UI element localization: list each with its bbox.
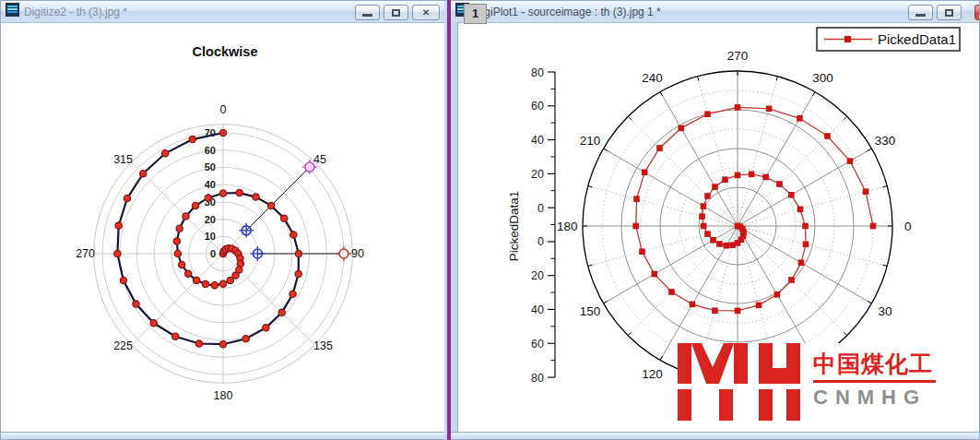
digitizer-polar-chart[interactable]: 01020304050607004590135180225270315Clock… [2,22,448,434]
desktop-stage: 01020304050607004590135180225270315Clock… [0,0,980,440]
svg-text:20: 20 [205,214,216,225]
window-controls: ✕ [355,5,440,20]
svg-text:0: 0 [904,220,912,233]
svg-text:240: 240 [642,71,663,85]
legend-label: PickedData1 [878,31,956,47]
svg-text:45: 45 [313,153,326,166]
radial-tick-labels: 010203040506070 [205,127,216,259]
window-bottom-border [1,432,444,439]
watermark-en-text: CNMHG [813,386,927,410]
svg-text:40: 40 [531,134,544,147]
svg-text:0: 0 [210,248,216,259]
svg-text:270: 270 [727,49,749,63]
maximize-icon [392,9,400,17]
digitize-app-icon [6,3,19,20]
radial-axis: 806040200020406080 [531,66,555,385]
svg-text:60: 60 [531,338,544,351]
window-bottom-border [451,432,979,439]
page-tab-1[interactable]: 1 [464,4,487,24]
svg-text:0: 0 [537,235,544,248]
window-left-border [451,22,458,439]
svg-text:10: 10 [205,231,216,242]
legend: PickedData1 [817,28,960,51]
svg-text:180: 180 [214,389,233,402]
watermark-underline [813,380,936,383]
minimize-icon [362,14,372,17]
svg-text:0: 0 [537,202,544,215]
maximize-icon [945,9,953,17]
window-title: Digitize2 - th (3).jpg * [24,6,127,18]
window-controls [908,5,980,20]
svg-text:50: 50 [205,161,216,172]
svg-text:210: 210 [580,134,601,148]
svg-text:180: 180 [557,220,578,233]
svg-text:300: 300 [812,71,833,85]
calibration-markers [239,160,351,261]
svg-text:40: 40 [205,179,216,190]
svg-text:330: 330 [875,134,896,148]
svg-text:60: 60 [531,100,544,113]
digiplot-titlebar[interactable]: DigiPlot1 - sourceimage : th (3).jpg 1 * [451,1,979,23]
chart-title: Clockwise [193,44,258,59]
svg-text:20: 20 [531,269,544,282]
close-button[interactable] [974,5,980,20]
axis-pick-end-90 [337,246,351,261]
svg-text:150: 150 [580,304,601,318]
window-divider [447,0,451,440]
watermark-cn-text: 中国煤化工 [813,349,933,379]
svg-text:120: 120 [642,367,663,381]
window-title: DigiPlot1 - sourceimage : th (3).jpg 1 * [474,6,661,18]
svg-text:90: 90 [351,247,364,260]
svg-text:135: 135 [313,339,333,352]
svg-text:80: 80 [531,372,544,385]
svg-text:0: 0 [220,103,227,116]
minimize-button[interactable] [908,5,933,20]
maximize-button[interactable] [937,5,962,20]
digitize-client-area: 01020304050607004590135180225270315Clock… [2,22,443,433]
digitize-window: 01020304050607004590135180225270315Clock… [0,0,448,440]
radial-axis-title: PickedData1 [507,191,521,262]
svg-text:80: 80 [531,66,544,79]
svg-text:20: 20 [531,168,544,181]
watermark-logo [678,343,807,426]
maximize-button[interactable] [384,5,408,20]
svg-text:315: 315 [113,153,133,166]
minimize-icon [915,14,926,17]
svg-text:40: 40 [531,303,544,316]
close-icon: ✕ [422,8,430,18]
svg-text:270: 270 [76,247,95,260]
svg-text:60: 60 [205,145,216,156]
minimize-button[interactable] [355,5,380,20]
svg-text:30: 30 [879,304,892,318]
close-button[interactable]: ✕ [412,5,440,20]
svg-text:225: 225 [113,339,133,352]
watermark: 中国煤化工 CNMHG [678,343,945,430]
digitize-titlebar[interactable]: Digitize2 - th (3).jpg * ✕ [1,1,444,23]
axis-pick-start-90 [250,246,265,261]
